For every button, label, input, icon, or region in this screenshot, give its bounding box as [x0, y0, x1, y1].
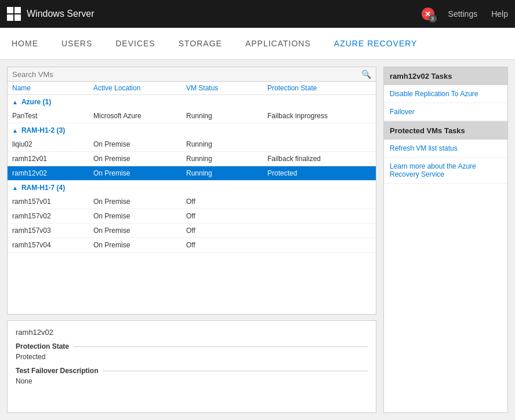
notification-badge: 3 — [429, 14, 437, 23]
cell-status: Off — [186, 212, 267, 220]
cell-protection: Protected — [267, 169, 376, 177]
cell-location: On Premise — [93, 169, 186, 177]
table-header: Name Active Location VM Status Protectio… — [8, 82, 376, 95]
app-title: Windows Server — [27, 9, 94, 19]
cell-status: Off — [186, 241, 267, 249]
table-row[interactable]: ramh157v03 On Premise Off — [8, 224, 376, 238]
vm-tasks-title: ramh12v02 Tasks — [384, 67, 507, 85]
cell-location: On Premise — [93, 140, 186, 148]
cell-status: Running — [186, 140, 267, 148]
nav-applications[interactable]: APPLICATIONS — [243, 28, 313, 60]
search-icon: 🔍 — [361, 70, 371, 79]
nav-users[interactable]: USERS — [59, 28, 95, 60]
group-azure[interactable]: ▲ Azure (1) — [8, 95, 376, 109]
col-header-name[interactable]: Name — [12, 84, 93, 92]
cell-name: PanTest — [12, 112, 93, 120]
group-label-ram-h1-7: RAM-H1-7 (4) — [21, 184, 65, 192]
group-arrow-ram-h1-2: ▲ — [12, 127, 18, 134]
right-panel: ramh12v02 Tasks Disable Replication To A… — [383, 67, 508, 413]
detail-vm-name: ramh12v02 — [16, 328, 368, 337]
table-row[interactable]: ramh157v01 On Premise Off — [8, 195, 376, 209]
cell-status: Running — [186, 155, 267, 163]
cell-name: ramh157v01 — [12, 198, 93, 206]
cell-status: Running — [186, 169, 267, 177]
cell-protection: Failback finalized — [267, 155, 376, 163]
detail-section-divider2 — [103, 371, 368, 371]
group-label-ram-h1-2: RAM-H1-2 (3) — [21, 126, 65, 134]
cell-name: ramh157v04 — [12, 241, 93, 249]
close-button[interactable]: ✕ 3 — [422, 8, 434, 20]
cell-location: On Premise — [93, 155, 186, 163]
main-content: 🔍 Name Active Location VM Status Protect… — [0, 60, 515, 420]
left-panel: 🔍 Name Active Location VM Status Protect… — [7, 67, 376, 413]
detail-box: ramh12v02 Protection State Protected Tes… — [7, 320, 376, 413]
cell-location: On Premise — [93, 241, 186, 249]
cell-name: ramh157v03 — [12, 227, 93, 235]
cell-name: ramh12v02 — [12, 169, 93, 177]
task-refresh-vm-list[interactable]: Refresh VM list status — [384, 140, 507, 158]
title-bar: Windows Server ✕ 3 Settings Help — [0, 0, 515, 28]
nav-home[interactable]: HOME — [9, 28, 41, 60]
nav-devices[interactable]: DEVICES — [113, 28, 157, 60]
detail-failover-value: None — [16, 377, 368, 385]
nav-azure-recovery[interactable]: AZURE RECOVERY — [332, 28, 420, 60]
search-bar: 🔍 — [8, 67, 376, 82]
cell-protection: Failback inprogress — [267, 112, 376, 120]
task-learn-more[interactable]: Learn more about the Azure Recovery Serv… — [384, 158, 507, 184]
cell-name: ramh157v02 — [12, 212, 93, 220]
cell-location: On Premise — [93, 227, 186, 235]
vm-table: Name Active Location VM Status Protectio… — [8, 82, 376, 314]
cell-location: On Premise — [93, 212, 186, 220]
table-row[interactable]: ramh157v02 On Premise Off — [8, 209, 376, 224]
table-row[interactable]: PanTest Microsoft Azure Running Failback… — [8, 109, 376, 123]
table-row[interactable]: ramh157v04 On Premise Off — [8, 238, 376, 253]
cell-protection — [267, 198, 376, 206]
task-failover[interactable]: Failover — [384, 103, 507, 121]
col-header-protection[interactable]: Protection State — [267, 84, 376, 92]
cell-name: liqiu02 — [12, 140, 93, 148]
protected-vms-title: Protected VMs Tasks — [384, 122, 507, 140]
search-input[interactable] — [12, 70, 361, 79]
group-arrow-azure: ▲ — [12, 99, 18, 105]
group-label-azure: Azure (1) — [21, 98, 51, 106]
app-logo: Windows Server — [7, 7, 94, 21]
vm-list-box: 🔍 Name Active Location VM Status Protect… — [7, 67, 376, 315]
cell-protection — [267, 227, 376, 235]
windows-logo-icon — [7, 7, 21, 21]
group-ram-h1-2[interactable]: ▲ RAM-H1-2 (3) — [8, 123, 376, 137]
col-header-status[interactable]: VM Status — [186, 84, 267, 92]
cell-status: Running — [186, 112, 267, 120]
cell-status: Off — [186, 227, 267, 235]
cell-protection — [267, 241, 376, 249]
group-ram-h1-7[interactable]: ▲ RAM-H1-7 (4) — [8, 181, 376, 195]
nav-bar: HOME USERS DEVICES STORAGE APPLICATIONS … — [0, 28, 515, 60]
cell-name: ramh12v01 — [12, 155, 93, 163]
table-row[interactable]: ramh12v01 On Premise Running Failback fi… — [8, 152, 376, 166]
table-row[interactable]: liqiu02 On Premise Running — [8, 137, 376, 152]
group-arrow-ram-h1-7: ▲ — [12, 185, 18, 191]
detail-failover-label: Test Failover Description — [16, 367, 368, 375]
cell-protection — [267, 212, 376, 220]
cell-protection — [267, 140, 376, 148]
cell-status: Off — [186, 198, 267, 206]
detail-protection-label: Protection State — [16, 342, 368, 350]
title-bar-controls: ✕ 3 Settings Help — [422, 8, 508, 20]
detail-section-divider — [74, 346, 368, 347]
cell-location: On Premise — [93, 198, 186, 206]
help-link[interactable]: Help — [491, 9, 508, 19]
cell-location: Microsoft Azure — [93, 112, 186, 120]
settings-link[interactable]: Settings — [448, 9, 478, 19]
nav-storage[interactable]: STORAGE — [176, 28, 224, 60]
table-row-selected[interactable]: ramh12v02 On Premise Running Protected — [8, 166, 376, 181]
col-header-location[interactable]: Active Location — [93, 84, 186, 92]
detail-protection-value: Protected — [16, 353, 368, 361]
task-disable-replication[interactable]: Disable Replication To Azure — [384, 85, 507, 103]
